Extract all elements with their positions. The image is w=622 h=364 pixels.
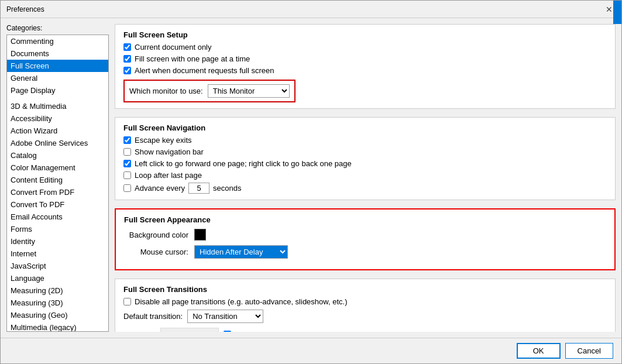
sidebar-item-general[interactable]: General [7,72,108,84]
title-bar: Preferences ✕ [1,1,621,18]
bg-color-row: Background color [124,229,606,241]
show-nav-checkbox[interactable] [123,148,131,156]
disable-transitions-label: Disable all page transitions (e.g. auto-… [135,297,347,306]
sidebar-item-colormgmt[interactable]: Color Management [7,162,108,174]
sidebar-item-documents[interactable]: Documents [7,47,108,60]
categories-label: Categories: [6,24,109,32]
mouse-cursor-label: Mouse cursor: [124,248,188,256]
dialog-body: Categories: Commenting Documents Full Sc… [1,18,621,338]
sidebar-item-commenting[interactable]: Commenting [7,35,108,47]
fill-screen-row: Fill screen with one page at a time [123,54,607,63]
bg-color-label: Background color [124,231,188,239]
cursor-select[interactable]: Hidden After Delay Always Visible Always… [194,245,288,259]
escape-key-checkbox[interactable] [123,136,131,144]
show-nav-label: Show navigation bar [135,147,204,156]
default-transition-label: Default transition: [123,312,183,321]
sidebar-item-adobeonline[interactable]: Adobe Online Services [7,137,108,149]
sidebar-item-pagedisplay[interactable]: Page Display [7,84,108,97]
monitor-select[interactable]: This Monitor Primary Monitor Secondary M… [208,84,290,98]
sidebar-item-forms[interactable]: Forms [7,223,108,235]
main-content: Full Screen Setup Current document only … [115,24,616,332]
sidebar-item-measuring2d[interactable]: Measuring (2D) [7,284,108,297]
ok-button[interactable]: OK [517,343,561,359]
advance-every-row: Advance every seconds [123,183,607,194]
current-doc-checkbox[interactable] [123,43,131,51]
sidebar-item-catalog[interactable]: Catalog [7,149,108,162]
fullscreen-appearance-section: Full Screen Appearance Background color … [115,208,616,270]
bg-color-button[interactable] [194,229,206,241]
sidebar-item-email[interactable]: Email Accounts [7,211,108,223]
loop-row: Loop after last page [123,171,607,180]
nav-controls-checkbox[interactable] [224,331,231,332]
sidebar-item-convertfrompdf[interactable]: Convert From PDF [7,186,108,198]
nav-controls-label: Navigation controls direction [236,330,331,332]
alert-fullscreen-label: Alert when document requests full screen [135,66,274,75]
sidebar-item-internet[interactable]: Internet [7,248,108,260]
sidebar-item-accessibility[interactable]: Accessibility [7,112,108,125]
disable-transitions-row: Disable all page transitions (e.g. auto-… [123,297,607,306]
sidebar-item-language[interactable]: Language [7,272,108,284]
categories-list: Commenting Documents Full Screen General… [6,35,109,332]
direction-row: Direction: Navigation controls direction [123,328,607,332]
sidebar-item-contentediting[interactable]: Content Editing [7,174,108,186]
cancel-button[interactable]: Cancel [565,343,613,359]
fill-screen-label: Fill screen with one page at a time [135,54,250,63]
escape-key-label: Escape key exits [135,136,192,145]
sidebar-item-actionwizard[interactable]: Action Wizard [7,125,108,137]
alert-fullscreen-checkbox[interactable] [123,67,131,74]
left-click-row: Left click to go forward one page; right… [123,159,607,168]
direction-label: Direction: [123,330,156,332]
default-transition-row: Default transition: No Transition Blinds… [123,310,607,323]
dialog-title: Preferences [6,5,44,13]
alert-fullscreen-row: Alert when document requests full screen [123,66,607,75]
disable-transitions-checkbox[interactable] [123,298,131,305]
sidebar-item-converttopdf[interactable]: Convert To PDF [7,198,108,211]
left-click-checkbox[interactable] [123,160,131,167]
loop-checkbox[interactable] [123,171,131,179]
mouse-cursor-row: Mouse cursor: Hidden After Delay Always … [124,245,606,259]
sidebar: Categories: Commenting Documents Full Sc… [6,24,109,332]
fullscreen-transitions-section: Full Screen Transitions Disable all page… [115,279,616,332]
sidebar-item-multimedia[interactable]: Multimedia (legacy) [7,321,108,332]
seconds-label: seconds [213,184,241,193]
sidebar-item-javascript[interactable]: JavaScript [7,260,108,272]
fullscreen-appearance-title: Full Screen Appearance [124,215,606,224]
accent-bar [613,1,621,24]
sidebar-item-fullscreen[interactable]: Full Screen [7,60,108,72]
fullscreen-setup-section: Full Screen Setup Current document only … [115,24,616,109]
fullscreen-transitions-title: Full Screen Transitions [123,285,607,294]
fullscreen-setup-title: Full Screen Setup [123,30,607,39]
sidebar-item-identity[interactable]: Identity [7,235,108,248]
advance-every-label: Advance every [135,184,185,193]
fill-screen-checkbox[interactable] [123,55,131,63]
sidebar-item-measuring3d[interactable]: Measuring (3D) [7,297,108,309]
monitor-label: Which monitor to use: [129,87,203,95]
sidebar-item-3d[interactable]: 3D & Multimedia [7,100,108,112]
monitor-select-row: Which monitor to use: This Monitor Prima… [123,80,295,102]
current-doc-row: Current document only [123,43,607,51]
current-doc-label: Current document only [135,43,212,51]
dialog-footer: OK Cancel [1,338,621,363]
direction-select[interactable] [160,328,219,332]
escape-key-row: Escape key exits [123,136,607,145]
transition-select[interactable]: No Transition Blinds Horizontal Blinds V… [187,310,263,323]
show-nav-row: Show navigation bar [123,147,607,156]
loop-label: Loop after last page [135,171,202,180]
monitor-wrapper: Which monitor to use: This Monitor Prima… [123,80,607,102]
sidebar-item-measuringgeo[interactable]: Measuring (Geo) [7,309,108,321]
fullscreen-navigation-title: Full Screen Navigation [123,123,607,132]
left-click-label: Left click to go forward one page; right… [135,159,352,168]
advance-seconds-input[interactable] [188,183,209,194]
fullscreen-navigation-section: Full Screen Navigation Escape key exits … [115,117,616,200]
preferences-dialog: Preferences ✕ Categories: Commenting Doc… [0,0,622,364]
advance-every-checkbox[interactable] [123,184,131,192]
